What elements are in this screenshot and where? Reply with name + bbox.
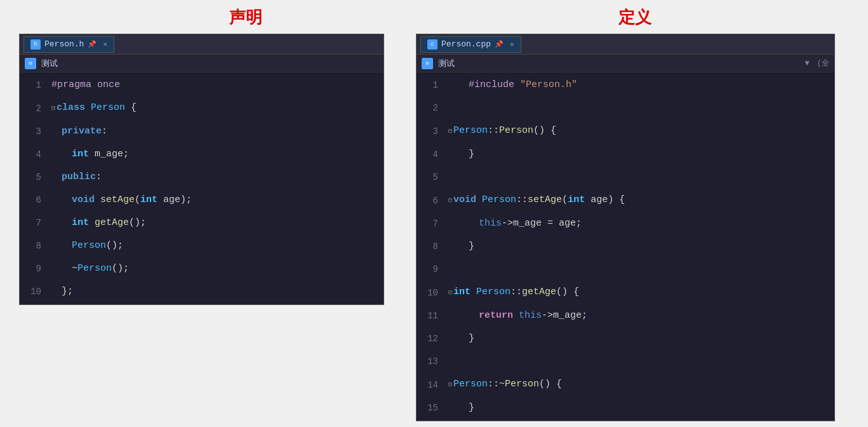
left-line-3: 3 private: (20, 120, 384, 143)
left-line-2: 2 ⊟class Person { (20, 97, 384, 120)
left-tab-bar: h Person.h 📌 ✕ (20, 34, 384, 55)
right-code-area: 1 #include "Person.h" 2 3 ⊟Person::Perso… (417, 72, 834, 421)
left-line-1: 1 #pragma once (20, 74, 384, 97)
right-editor-panel: c Person.cpp 📌 ✕ ⚙ 测试 ▼ (全 1 #include "P… (416, 34, 835, 421)
right-line-12: 12 } (417, 327, 834, 350)
right-line-3: 3 ⊟Person::Person() { (417, 119, 834, 143)
right-tab-filename: Person.cpp (441, 39, 491, 49)
right-line-9: 9 (417, 258, 834, 281)
right-line-4: 4 } (417, 143, 834, 166)
right-tab-bar: c Person.cpp 📌 ✕ (417, 34, 834, 55)
left-line-6: 6 void setAge(int age); (20, 189, 384, 212)
left-editor-panel: h Person.h 📌 ✕ ⚙ 测试 1 #pragma once 2 ⊟cl… (19, 34, 384, 305)
left-line-4: 4 int m_age; (20, 143, 384, 166)
right-toolbar-icon: ⚙ (422, 58, 433, 69)
left-line-8: 8 Person(); (20, 234, 384, 257)
left-line-10: 10 }; (20, 280, 384, 303)
right-tab-icon: c (427, 39, 437, 50)
right-line-6: 6 ⊟void Person::setAge(int age) { (417, 189, 834, 212)
right-tab-pin: 📌 (495, 40, 504, 48)
right-line-13: 13 (417, 350, 834, 373)
left-tab-icon: h (30, 39, 41, 50)
right-tab[interactable]: c Person.cpp 📌 ✕ (420, 36, 521, 53)
left-toolbar-text: 测试 (41, 58, 58, 69)
left-tab-close[interactable]: ✕ (103, 40, 107, 48)
left-line-9: 9 ~Person(); (20, 257, 384, 280)
right-line-14: 14 ⊟Person::~Person() { (417, 373, 834, 396)
right-line-8: 8 } (417, 235, 834, 258)
left-tab[interactable]: h Person.h 📌 ✕ (23, 36, 114, 53)
left-line-7: 7 int getAge(); (20, 212, 384, 234)
left-tab-pin: 📌 (88, 40, 97, 48)
right-line-1: 1 #include "Person.h" (417, 74, 834, 97)
left-label: 声明 (229, 6, 262, 29)
right-tab-close[interactable]: ✕ (510, 40, 514, 48)
right-line-5: 5 (417, 166, 834, 189)
left-toolbar-icon: ⚙ (25, 58, 36, 69)
right-line-2: 2 (417, 97, 834, 119)
right-toolbar-arrow: ▼ (805, 59, 810, 68)
left-line-5: 5 public: (20, 166, 384, 189)
left-code-area: 1 #pragma once 2 ⊟class Person { 3 priva… (20, 72, 384, 304)
right-toolbar: ⚙ 测试 ▼ (全 (417, 55, 834, 72)
right-line-7: 7 this->m_age = age; (417, 212, 834, 235)
right-line-10: 10 ⊟int Person::getAge() { (417, 281, 834, 304)
right-toolbar-paren: (全 (817, 58, 829, 69)
left-tab-filename: Person.h (44, 39, 84, 49)
right-label: 定义 (618, 6, 651, 29)
right-toolbar-text: 测试 (438, 58, 455, 69)
right-line-11: 11 return this->m_age; (417, 304, 834, 327)
left-toolbar: ⚙ 测试 (20, 55, 384, 72)
right-line-15: 15 } (417, 396, 834, 419)
